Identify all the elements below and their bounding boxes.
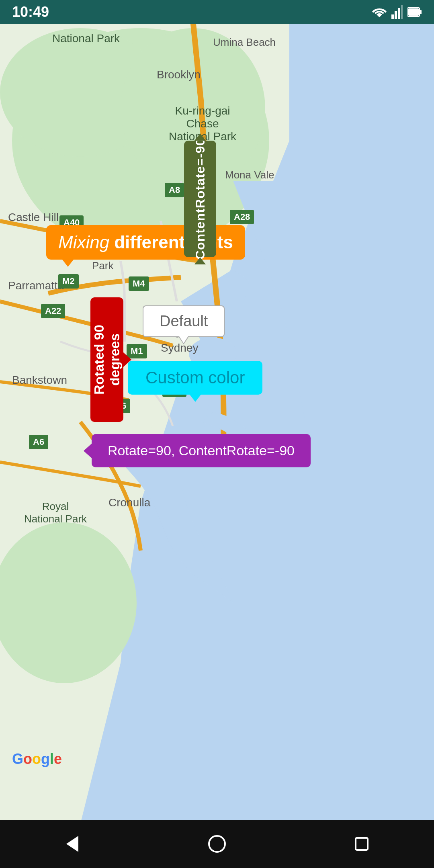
default-bubble[interactable]: Default <box>143 305 225 337</box>
svg-rect-3 <box>401 5 403 19</box>
google-e: e <box>54 751 62 767</box>
google-o1: o <box>23 751 32 767</box>
google-logo: Google <box>12 751 62 768</box>
home-icon <box>207 834 227 854</box>
wifi-icon <box>372 6 387 18</box>
recent-icon <box>352 834 372 854</box>
rotated-90-bubble[interactable]: Rotated 90 degrees <box>90 297 123 422</box>
svg-rect-17 <box>356 838 368 850</box>
rotate90-content-rotate-text: Rotate=90, ContentRotate=-90 <box>108 443 295 459</box>
google-g: G <box>12 751 23 767</box>
status-icons <box>372 5 422 19</box>
svg-marker-15 <box>66 836 78 852</box>
svg-point-16 <box>209 836 225 852</box>
custom-color-bubble[interactable]: Custom color <box>128 361 262 395</box>
battery-icon <box>407 6 422 18</box>
svg-rect-1 <box>395 11 397 19</box>
google-g2: g <box>41 751 50 767</box>
map-container[interactable]: National Park Umina Beach Brooklyn Ku-ri… <box>0 24 434 820</box>
svg-rect-0 <box>391 14 394 19</box>
google-l: l <box>50 751 54 767</box>
svg-rect-6 <box>408 8 419 16</box>
nav-bar <box>0 820 434 868</box>
back-button[interactable] <box>56 828 88 860</box>
status-bar: 10:49 <box>0 0 434 24</box>
back-icon <box>62 834 82 854</box>
recent-button[interactable] <box>346 828 378 860</box>
home-button[interactable] <box>201 828 233 860</box>
custom-color-text: Custom color <box>145 368 245 387</box>
rotate90-content-rotate-bubble[interactable]: Rotate=90, ContentRotate=-90 <box>92 434 311 467</box>
signal-icon <box>391 5 403 19</box>
map-svg <box>0 24 434 820</box>
content-rotate-text: ContentRotate=-90 <box>193 138 208 260</box>
default-text: Default <box>160 313 208 330</box>
google-o2: o <box>32 751 41 767</box>
status-time: 10:49 <box>12 4 49 20</box>
rotated-90-text: Rotated 90 degrees <box>91 297 123 422</box>
content-rotate-bubble[interactable]: ContentRotate=-90 <box>184 141 216 257</box>
svg-rect-5 <box>420 10 422 14</box>
mixing-italic-text: Mixing <box>58 232 109 252</box>
svg-rect-2 <box>398 8 400 19</box>
